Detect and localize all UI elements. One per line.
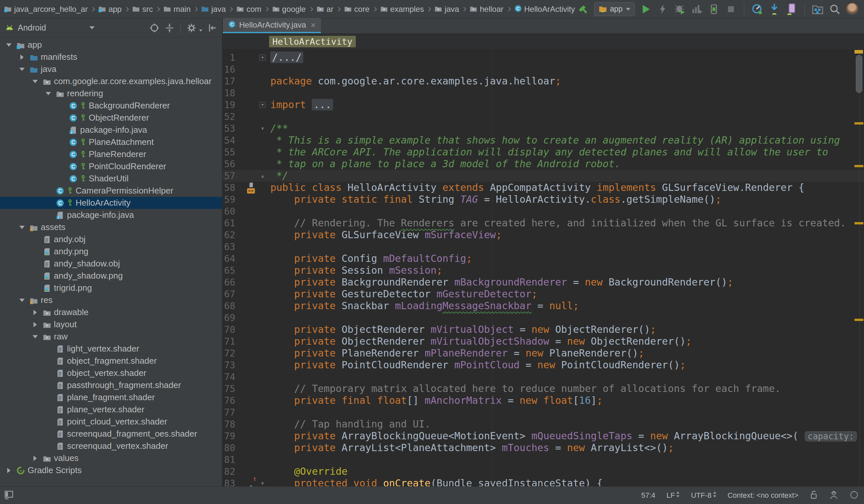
chevron-down-icon[interactable] [31, 80, 39, 83]
sidebar-item-light-vertex-shader[interactable]: light_vertex.shader [0, 343, 222, 355]
chevron-right-icon[interactable] [31, 310, 39, 315]
sidebar-item-trigrid-png[interactable]: trigrid.png [0, 282, 222, 294]
sidebar-item-res[interactable]: res [0, 294, 222, 306]
sidebar-item-plane-vertex-shader[interactable]: plane_vertex.shader [0, 404, 222, 416]
encoding-widget[interactable]: UTF-8 [691, 491, 716, 500]
fold-marker-icon[interactable]: ▾ [257, 482, 267, 485]
fold-marker-icon[interactable]: ▴ [257, 174, 267, 177]
breadcrumb-item-app[interactable]: app [98, 4, 122, 14]
run-icon[interactable] [639, 3, 652, 16]
search-everywhere-icon[interactable] [829, 3, 841, 16]
sidebar-item-screenquad-fragment-oes-shader[interactable]: screenquad_fragment_oes.shader [0, 428, 222, 440]
editor-breadcrumb[interactable]: HelloArActivity [269, 36, 356, 47]
sidebar-item-pointcloudrenderer[interactable]: CPointCloudRenderer [0, 160, 222, 172]
hide-panel-icon[interactable] [208, 23, 217, 33]
breadcrumb-item-ar[interactable]: ar [316, 4, 334, 14]
breadcrumb-item-core[interactable]: core [344, 4, 370, 14]
debug-icon[interactable] [673, 3, 686, 16]
sidebar-item-andy-png[interactable]: andy.png [0, 245, 222, 257]
breadcrumb-item-src[interactable]: src [132, 4, 153, 14]
warning-stripe-mark[interactable] [854, 122, 863, 124]
chevron-down-icon[interactable] [4, 43, 13, 47]
sidebar-item-plane-fragment-shader[interactable]: plane_fragment.shader [0, 391, 222, 404]
fold-marker-icon[interactable]: ▾ [257, 127, 267, 130]
chevron-down-icon[interactable] [31, 335, 39, 338]
chevron-right-icon[interactable] [18, 55, 26, 60]
chevron-down-icon[interactable] [18, 299, 26, 302]
sidebar-item-drawable[interactable]: drawable [0, 306, 222, 319]
settings-gear-icon[interactable] [187, 23, 196, 33]
sidebar-item-gradle-scripts[interactable]: Gradle Scripts [0, 464, 222, 477]
sidebar-item-package-info-java[interactable]: Jpackage-info.java [0, 124, 222, 136]
sidebar-item-andy-obj[interactable]: andy.obj [0, 233, 222, 245]
chevron-down-icon[interactable] [18, 226, 26, 229]
sidebar-item-java[interactable]: java [0, 63, 222, 75]
sidebar-item-planeattachment[interactable]: CPlaneAttachment [0, 136, 222, 148]
sidebar-item-screenquad-vertex-shader[interactable]: screenquad_vertex.shader [0, 440, 222, 452]
fold-marker-icon[interactable]: + [257, 102, 267, 108]
sidebar-item-package-info-java[interactable]: Jpackage-info.java [0, 209, 222, 221]
sidebar-item-app[interactable]: app [0, 39, 222, 51]
breadcrumb-item-com[interactable]: com [236, 4, 261, 14]
breadcrumb-item-helloar[interactable]: helloar [469, 4, 503, 14]
sidebar-item-objectrenderer[interactable]: CObjectRenderer [0, 112, 222, 124]
warning-stripe-mark[interactable] [854, 165, 863, 167]
warning-stripe-mark[interactable] [854, 319, 863, 321]
profile-icon[interactable] [691, 3, 703, 16]
attach-debugger-icon[interactable] [708, 3, 720, 16]
breadcrumb-item-examples[interactable]: examples [380, 4, 424, 14]
context-widget[interactable]: Context: <no context> [728, 491, 798, 500]
sidebar-item-andy-shadow-obj[interactable]: andy_shadow.obj [0, 257, 222, 270]
chevron-down-icon[interactable] [18, 68, 26, 71]
breadcrumb-item-java_arcore_hello_ar[interactable]: java_arcore_hello_ar [4, 4, 88, 14]
chevron-right-icon[interactable] [31, 456, 39, 461]
toolwindow-switcher-icon[interactable] [4, 490, 14, 501]
sidebar-item-manifests[interactable]: manifests [0, 51, 222, 63]
sidebar-item-helloaractivity[interactable]: CHelloArActivity [0, 197, 222, 209]
scrollbar-thumb[interactable] [856, 55, 862, 93]
collapse-all-icon[interactable] [165, 23, 175, 33]
sidebar-item-raw[interactable]: raw [0, 331, 222, 343]
sidebar-item-com-google-ar-core-examples-java-helloar[interactable]: com.google.ar.core.examples.java.helloar [0, 75, 222, 87]
sidebar-item-layout[interactable]: layout [0, 319, 222, 331]
caret-position[interactable]: 57:4 [641, 491, 656, 500]
sdk-manager-icon[interactable] [768, 3, 781, 16]
project-structure-icon[interactable] [812, 3, 824, 16]
profiler-gauge-icon[interactable] [751, 3, 764, 16]
code-token[interactable]: /.../ [271, 51, 303, 63]
notifications-icon[interactable] [850, 490, 859, 501]
breadcrumb-item-java[interactable]: java [434, 4, 459, 14]
related-file-gutter-icons[interactable]: <> [244, 182, 257, 193]
chevron-right-icon[interactable] [31, 322, 39, 327]
sidebar-item-shaderutil[interactable]: CShaderUtil [0, 172, 222, 185]
code-token[interactable]: ... [312, 99, 333, 110]
sidebar-item-object-vertex-shader[interactable]: object_vertex.shader [0, 367, 222, 379]
close-icon[interactable]: × [311, 22, 316, 28]
chevron-down-icon[interactable] [44, 92, 52, 95]
breadcrumb-item-helloaractivity[interactable]: CHelloArActivity [514, 4, 575, 14]
sidebar-item-rendering[interactable]: rendering [0, 87, 222, 99]
build-hammer-icon[interactable] [577, 3, 589, 16]
sidebar-item-andy-shadow-png[interactable]: andy_shadow.png [0, 270, 222, 282]
line-separator-widget[interactable]: LF [667, 491, 680, 500]
stop-icon[interactable] [725, 3, 737, 16]
breadcrumb-item-java[interactable]: java [201, 4, 226, 14]
fold-marker-icon[interactable]: + [257, 55, 267, 60]
breadcrumb-item-google[interactable]: google [272, 4, 306, 14]
user-avatar[interactable] [845, 3, 859, 16]
sidebar-item-point-cloud-vertex-shader[interactable]: point_cloud_vertex.shader [0, 416, 222, 428]
sidebar-item-object-fragment-shader[interactable]: object_fragment.shader [0, 355, 222, 367]
breadcrumb-item-main[interactable]: main [163, 4, 191, 14]
editor-tab[interactable]: C HelloArActivity.java × [223, 18, 321, 33]
code-token[interactable]: capacity: [805, 431, 857, 442]
locate-file-icon[interactable] [149, 23, 159, 33]
sidebar-item-values[interactable]: values [0, 452, 222, 464]
sidebar-item-backgroundrenderer[interactable]: CBackgroundRenderer [0, 99, 222, 112]
lock-icon[interactable] [809, 490, 818, 501]
sidebar-item-camerapermissionhelper[interactable]: CCameraPermissionHelper [0, 185, 222, 197]
highlighting-level-icon[interactable] [829, 490, 838, 501]
project-view-selector[interactable]: Android [5, 23, 95, 33]
run-configuration-select[interactable]: app [594, 2, 635, 16]
apply-changes-icon[interactable] [656, 3, 669, 16]
warning-stripe-mark[interactable] [854, 222, 863, 225]
